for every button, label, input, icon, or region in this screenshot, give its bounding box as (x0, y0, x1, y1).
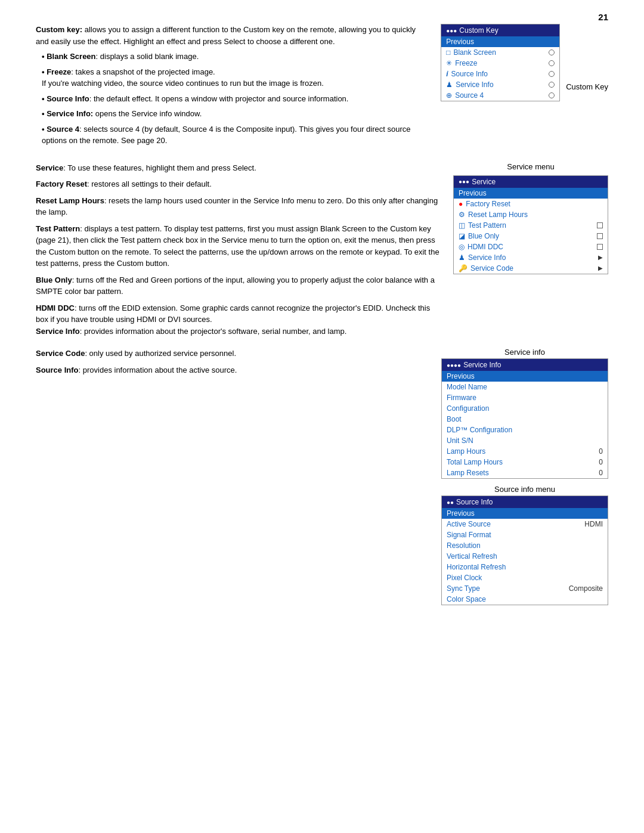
dlp-config-label: DLP™ Configuration (447, 426, 512, 434)
service-info-item-model-name[interactable]: Model Name (442, 382, 608, 392)
active-source-value: HDMI (584, 520, 603, 528)
service-info2-desc: : provides information about the project… (80, 327, 347, 336)
source-info-desc: : the default effect. It opens a window … (89, 94, 349, 103)
service-info-item-configuration[interactable]: Configuration (442, 403, 608, 414)
service-info-menu-icon: ♟ (459, 253, 465, 262)
sync-type-label: Sync Type (447, 584, 480, 593)
source-info-radio[interactable] (549, 71, 555, 77)
service-info-menu-prev[interactable]: Previous (442, 371, 608, 382)
blank-screen-desc: : displays a solid blank image. (96, 52, 199, 61)
service-item-hdmi-ddc[interactable]: ◎ HDMI DDC (454, 241, 608, 252)
service-info-radio[interactable] (549, 82, 555, 88)
freeze-item-label: Freeze (455, 59, 477, 67)
source-info-item-signal-format[interactable]: Signal Format (442, 529, 608, 540)
test-pattern-item-label: Test Pattern (468, 221, 506, 230)
custom-key-heading: Custom key: (36, 25, 82, 34)
source-info-item-pixel-clock[interactable]: Pixel Clock (442, 572, 608, 583)
custom-key-item-source-info[interactable]: i Source Info (441, 69, 559, 79)
model-name-label: Model Name (447, 383, 487, 391)
custom-key-prev[interactable]: Previous (441, 36, 559, 47)
source4-bullet: • Source 4 (42, 125, 79, 134)
service-info-item-lamp-resets[interactable]: Lamp Resets 0 (442, 467, 608, 478)
source-info-menu-prev[interactable]: Previous (442, 508, 608, 519)
factory-reset-desc: : restores all settings to their default… (87, 179, 212, 188)
source-info-item-color-space[interactable]: Color Space (442, 594, 608, 605)
test-pattern-icon: ◫ (459, 221, 465, 230)
source-info-item-active-source[interactable]: Active Source HDMI (442, 519, 608, 529)
blue-only-item-label: Blue Only (468, 232, 499, 240)
firmware-label: Firmware (447, 394, 476, 402)
source4-icon: ⊕ (446, 91, 452, 100)
lamp-hours-value: 0 (599, 447, 603, 456)
lamp-resets-value: 0 (599, 469, 603, 477)
service-info-text-block: Service Code: only used by authorized se… (36, 348, 429, 605)
resolution-label: Resolution (447, 541, 481, 550)
factory-reset-item-label: Factory Reset (466, 200, 510, 208)
service-item-service-info[interactable]: ♟ Service Info ▶ (454, 252, 608, 263)
freeze-bullet: • Freeze (42, 67, 71, 76)
service-info-item-boot[interactable]: Boot (442, 414, 608, 425)
source-info-menu-area: Source info menu ●● Source Info Previous… (441, 485, 608, 605)
custom-key-item-freeze[interactable]: ✳ Freeze (441, 58, 559, 69)
service-item-factory-reset[interactable]: ● Factory Reset (454, 199, 608, 209)
blue-only-menu-icon: ◪ (459, 232, 465, 240)
service-info-item-firmware[interactable]: Firmware (442, 392, 608, 403)
service-info2-heading: Service Info (36, 327, 80, 336)
service-code-icon: 🔑 (459, 264, 467, 272)
source-info-menu-title-label: Source Info (456, 498, 493, 506)
factory-reset-icon: ● (459, 200, 463, 208)
custom-key-item-service-info[interactable]: ♟ Service Info (441, 79, 559, 90)
source-info-item-label: Source Info (451, 70, 488, 78)
source-info-item-vertical-refresh[interactable]: Vertical Refresh (442, 551, 608, 562)
service-info-item-dlp-config[interactable]: DLP™ Configuration (442, 425, 608, 435)
custom-key-item-source4[interactable]: ⊕ Source 4 (441, 90, 559, 101)
custom-key-text-block: Custom key: allows you to assign a diffe… (36, 24, 429, 150)
source-info-item-sync-type[interactable]: Sync Type Composite (442, 583, 608, 594)
hdmi-ddc-checkbox[interactable] (597, 244, 603, 250)
custom-key-menu-title: ●●● Custom Key (441, 24, 559, 36)
service-info-bullet: • Service Info: (42, 109, 93, 118)
service-menu-title-label: Service (472, 178, 496, 186)
service-menu-prev[interactable]: Previous (454, 188, 608, 199)
service-info-menu-label: Service info (441, 348, 608, 357)
active-source-label: Active Source (447, 520, 491, 528)
service-menu-label: Service menu (453, 162, 608, 171)
custom-key-item-blank-screen[interactable]: □ Blank Screen (441, 47, 559, 58)
configuration-label: Configuration (447, 404, 489, 413)
custom-key-desc: allows you to assign a different functio… (36, 25, 416, 46)
service-item-test-pattern[interactable]: ◫ Test Pattern (454, 220, 608, 231)
source-info-menu-dots: ●● (447, 499, 454, 506)
content-wrapper: Custom key: allows you to assign a diffe… (36, 24, 608, 605)
source-info-icon: i (446, 70, 448, 78)
pixel-clock-label: Pixel Clock (447, 574, 482, 582)
middle-text-block: Service: To use these features, highligh… (36, 162, 441, 342)
service-item-blue-only[interactable]: ◪ Blue Only (454, 231, 608, 241)
test-pattern-checkbox[interactable] (597, 222, 603, 228)
custom-key-paragraph: Custom key: allows you to assign a diffe… (36, 24, 429, 47)
freeze-radio[interactable] (549, 60, 555, 66)
service-info-menu: ●●●● Service Info Previous Model Name Fi… (441, 358, 608, 479)
middle-section: Service: To use these features, highligh… (36, 162, 608, 342)
blue-only-checkbox[interactable] (597, 233, 603, 239)
service-info-item-unit-sn[interactable]: Unit S/N (442, 435, 608, 446)
source4-item-label: Source 4 (455, 91, 484, 100)
service-info-section: Service Code: only used by authorized se… (36, 348, 608, 605)
service-heading: Service (36, 163, 63, 172)
source4-radio[interactable] (549, 92, 555, 98)
service-menu-area: Service menu ●●● Service Previous ● Fact… (453, 162, 608, 342)
hdmi-ddc-item-label: HDMI DDC (467, 243, 503, 251)
source-info-item-resolution[interactable]: Resolution (442, 540, 608, 551)
service-info-icon: ♟ (446, 80, 453, 89)
lamp-resets-label: Lamp Resets (447, 469, 489, 477)
service-item-service-code[interactable]: 🔑 Service Code ▶ (454, 263, 608, 274)
blank-screen-radio[interactable] (549, 49, 555, 55)
source-info-item-horizontal-refresh[interactable]: Horizontal Refresh (442, 562, 608, 572)
vertical-refresh-label: Vertical Refresh (447, 552, 497, 561)
service-info-item-lamp-hours[interactable]: Lamp Hours 0 (442, 446, 608, 457)
service-desc: : To use these features, highlight them … (63, 163, 256, 172)
service-heading-paragraph: Service: To use these features, highligh… (36, 162, 441, 174)
service-menu-title: ●●● Service (454, 176, 608, 188)
service-item-reset-lamp[interactable]: ⚙ Reset Lamp Hours (454, 209, 608, 220)
source-info2-desc: : provides information about the active … (79, 366, 237, 374)
service-info-item-total-lamp-hours[interactable]: Total Lamp Hours 0 (442, 457, 608, 467)
